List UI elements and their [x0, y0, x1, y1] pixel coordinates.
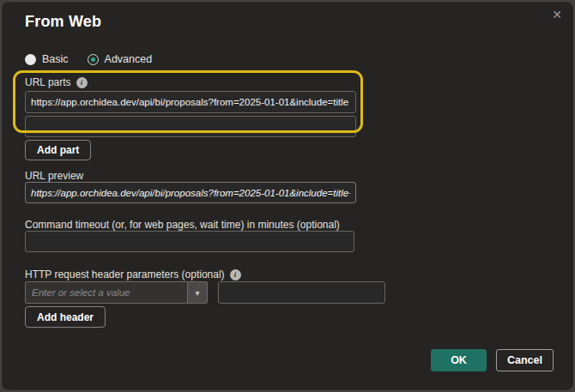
url-part-2-input[interactable]: [25, 116, 356, 137]
ok-button[interactable]: OK: [431, 349, 487, 371]
header-value-input[interactable]: [218, 281, 385, 304]
command-timeout-input[interactable]: [25, 231, 354, 252]
url-preview-value: [25, 182, 356, 203]
url-preview-label-row: URL preview: [25, 170, 83, 182]
add-part-button[interactable]: Add part: [25, 140, 91, 160]
http-headers-label-row: HTTP request header parameters (optional…: [25, 268, 241, 280]
radio-advanced[interactable]: Advanced: [88, 53, 153, 65]
from-web-dialog: ✕ From Web Basic Advanced URL parts i Ad…: [1, 1, 574, 391]
command-timeout-label: Command timeout (or, for web pages, wait…: [25, 219, 340, 231]
command-timeout-label-row: Command timeout (or, for web pages, wait…: [25, 219, 340, 231]
radio-basic-label: Basic: [42, 53, 69, 65]
chevron-down-icon[interactable]: ▾: [187, 282, 207, 303]
radio-advanced-icon: [88, 54, 99, 65]
dialog-title: From Web: [25, 13, 101, 31]
add-header-button[interactable]: Add header: [25, 306, 106, 328]
url-parts-label: URL parts: [25, 76, 71, 88]
header-name-placeholder: Enter or select a value: [26, 282, 187, 303]
url-part-1-input[interactable]: [25, 91, 356, 113]
mode-selector: Basic Advanced: [25, 53, 152, 65]
info-icon[interactable]: i: [230, 269, 241, 280]
http-headers-label: HTTP request header parameters (optional…: [25, 268, 225, 280]
radio-basic-icon: [25, 54, 36, 65]
radio-advanced-label: Advanced: [105, 53, 153, 65]
close-icon[interactable]: ✕: [548, 5, 566, 24]
info-icon[interactable]: i: [76, 77, 88, 88]
url-parts-label-row: URL parts i: [25, 76, 88, 88]
url-preview-label: URL preview: [25, 170, 83, 182]
header-name-combobox[interactable]: Enter or select a value ▾: [25, 281, 208, 304]
radio-basic[interactable]: Basic: [25, 53, 69, 65]
cancel-button[interactable]: Cancel: [496, 349, 554, 371]
